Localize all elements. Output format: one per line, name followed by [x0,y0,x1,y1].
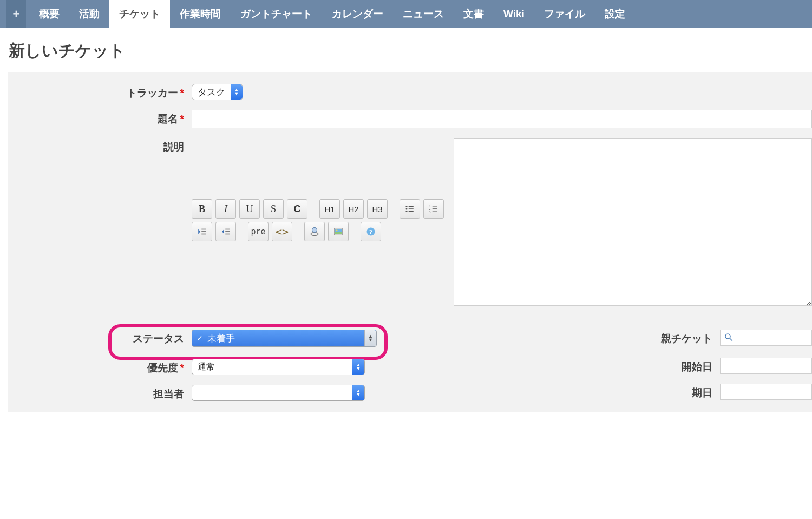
svg-rect-14 [201,234,206,235]
svg-point-4 [406,211,408,212]
assignee-select[interactable]: ▲▼ [192,385,365,401]
svg-rect-3 [409,208,414,209]
priority-select[interactable]: 通常 ▲▼ [192,359,365,375]
parent-input[interactable] [720,330,812,346]
status-label: ステータス [8,330,192,346]
start-date-input[interactable] [720,358,812,374]
tab-time[interactable]: 作業時間 [170,0,231,28]
svg-rect-16 [225,231,230,232]
link-button[interactable] [304,222,325,241]
description-label: 説明 [8,138,192,154]
h3-button[interactable]: H3 [367,199,388,219]
chevron-updown-icon: ▲▼ [352,385,364,400]
tab-files[interactable]: ファイル [534,0,595,28]
tab-documents[interactable]: 文書 [454,0,494,28]
tab-activity[interactable]: 活動 [69,0,109,28]
description-textarea[interactable] [454,138,812,306]
svg-rect-7 [433,206,437,207]
indent-left-icon [221,227,231,236]
help-icon: ? [366,227,376,236]
link-icon [310,227,319,236]
svg-rect-22 [335,232,342,234]
tab-gantt[interactable]: ガントチャート [231,0,322,28]
svg-point-0 [406,206,408,207]
h2-button[interactable]: H2 [343,199,364,219]
start-date-label: 開始日 [387,358,720,374]
svg-rect-17 [225,234,230,235]
svg-point-26 [725,334,730,339]
svg-point-23 [336,229,338,231]
bold-button[interactable]: B [192,199,212,219]
status-select[interactable]: ✓ 未着手 ▲▼ [192,330,377,347]
due-date-input[interactable] [720,384,812,400]
priority-label: 優先度* [8,359,192,375]
ul-button[interactable] [400,199,420,219]
tab-calendar[interactable]: カレンダー [322,0,393,28]
svg-line-27 [730,338,732,341]
chevron-updown-icon: ▲▼ [364,330,376,346]
svg-text:?: ? [369,228,372,236]
svg-rect-1 [409,206,414,207]
svg-point-18 [311,233,318,236]
ol-button[interactable]: 123 [423,199,444,219]
tracker-label: トラッカー* [8,84,192,100]
h1-button[interactable]: H1 [319,199,340,219]
indent-right-icon [197,227,207,236]
inline-code-button[interactable]: C [287,199,307,219]
svg-rect-13 [201,231,206,232]
check-icon: ✓ [192,334,207,343]
svg-rect-11 [433,212,437,213]
strike-button[interactable]: S [263,199,284,219]
tab-overview[interactable]: 概要 [29,0,69,28]
chevron-updown-icon: ▲▼ [352,359,364,375]
list-ul-icon [405,204,415,214]
pre-button[interactable]: pre [248,222,269,241]
assignee-label: 担当者 [8,385,192,401]
image-button[interactable] [328,222,349,241]
svg-text:3: 3 [429,211,431,214]
subject-label: 題名* [8,110,192,126]
due-date-label: 期日 [387,384,720,400]
tab-plus-button[interactable]: + [6,0,26,28]
svg-rect-5 [409,211,414,212]
issue-form: トラッカー* タスク ▲▼ 題名* 説明 B I U S C [8,72,812,412]
editor-toolbar: B I U S C H1 H2 H3 123 [192,199,454,241]
italic-button[interactable]: I [215,199,236,219]
svg-point-19 [312,228,317,233]
indent-left-button[interactable] [215,222,236,241]
svg-rect-15 [225,229,230,230]
code-button[interactable]: <> [272,222,292,241]
parent-label: 親チケット [387,330,720,346]
tab-news[interactable]: ニュース [393,0,454,28]
svg-rect-12 [201,229,206,230]
tab-wiki[interactable]: Wiki [494,0,534,28]
subject-input[interactable] [192,110,812,128]
indent-right-button[interactable] [192,222,212,241]
tracker-select[interactable]: タスク ▲▼ [192,84,243,100]
tab-issues[interactable]: チケット [109,0,170,28]
svg-rect-9 [433,208,437,209]
chevron-updown-icon: ▲▼ [231,84,243,100]
svg-point-2 [406,208,408,210]
page-title: 新しいチケット [0,28,812,72]
underline-button[interactable]: U [239,199,260,219]
main-tabs: + 概要 活動 チケット 作業時間 ガントチャート カレンダー ニュース 文書 … [0,0,812,28]
tab-settings[interactable]: 設定 [595,0,635,28]
search-icon [724,332,734,344]
help-button[interactable]: ? [361,222,381,241]
list-ol-icon: 123 [429,204,438,214]
image-icon [333,227,343,236]
